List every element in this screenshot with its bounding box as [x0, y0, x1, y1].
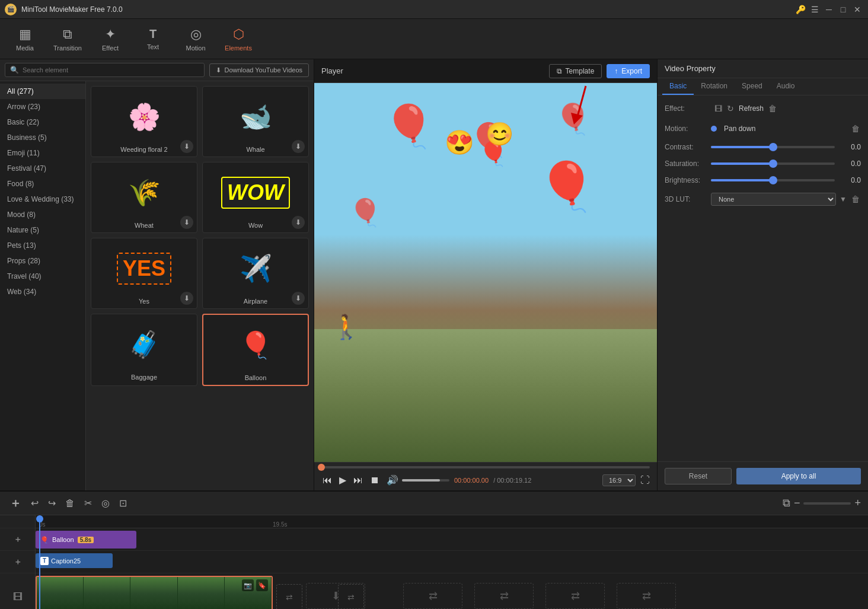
element-whale[interactable]: 🐋 Whale ⬇ — [202, 86, 309, 157]
empty-slot-3[interactable]: ⇄ — [474, 583, 534, 609]
category-food[interactable]: Food (8) — [0, 176, 85, 192]
effect-delete-button[interactable]: 🗑 — [767, 103, 778, 114]
tab-audio[interactable]: Audio — [770, 78, 802, 95]
category-web[interactable]: Web (34) — [0, 284, 85, 299]
category-all[interactable]: All (277) — [0, 84, 85, 99]
category-love-wedding[interactable]: Love & Wedding (33) — [0, 192, 85, 207]
category-props[interactable]: Props (28) — [0, 253, 85, 269]
toolbar-effect[interactable]: ✦ Effect — [90, 22, 130, 56]
video-clip[interactable]: 📷 🔖 🔊 — [36, 576, 273, 609]
apply-all-button[interactable]: Apply to all — [736, 468, 861, 484]
download-youtube-button[interactable]: ⬇ Download YouTube Videos — [209, 63, 309, 77]
close-button[interactable]: ✕ — [851, 4, 863, 15]
clip-bookmark-button[interactable]: 🔖 — [256, 579, 268, 591]
timeline-delete-button[interactable]: 🗑 — [63, 496, 77, 511]
element-wow[interactable]: WOW Wow ⬇ — [202, 162, 309, 233]
brightness-slider[interactable] — [711, 179, 835, 181]
empty-slot-icon-5: ⇄ — [642, 589, 651, 602]
progress-thumb[interactable] — [318, 464, 325, 471]
volume-slider[interactable] — [402, 479, 449, 482]
download-label: Download YouTube Videos — [225, 66, 303, 74]
playhead-handle[interactable] — [36, 515, 43, 522]
download-badge-weeding-floral[interactable]: ⬇ — [180, 140, 193, 153]
saturation-slider[interactable] — [711, 162, 835, 165]
transition-slot-1[interactable]: ⇄ — [276, 584, 302, 609]
prev-frame-button[interactable]: ⏮ — [321, 474, 333, 487]
film-icon-row[interactable]: 🎞 — [0, 573, 35, 609]
volume-icon[interactable]: 🔊 — [385, 473, 400, 487]
toolbar-text[interactable]: T Text — [133, 22, 173, 56]
toolbar-motion[interactable]: ◎ Motion — [175, 22, 216, 56]
category-travel[interactable]: Travel (40) — [0, 269, 85, 284]
progress-bar[interactable] — [321, 466, 650, 468]
toolbar-transition[interactable]: ⧉ Transition — [47, 22, 88, 56]
aspect-ratio-select[interactable]: 16:9 9:16 1:1 — [602, 474, 636, 486]
timeline-cut-button[interactable]: ✂ — [82, 495, 94, 511]
category-basic[interactable]: Basic (22) — [0, 114, 85, 130]
maximize-button[interactable]: □ — [837, 4, 849, 15]
download-badge-wheat[interactable]: ⬇ — [180, 216, 193, 229]
element-wheat[interactable]: 🌾 Wheat ⬇ — [91, 162, 197, 233]
empty-slot-2[interactable]: ⇄ — [403, 583, 462, 609]
zoom-slider[interactable] — [803, 502, 851, 505]
contrast-slider[interactable] — [711, 146, 835, 148]
timeline-crop-button[interactable]: ⊡ — [117, 495, 129, 511]
caption-clip[interactable]: T Caption25 — [36, 553, 113, 568]
category-festival[interactable]: Festival (47) — [0, 161, 85, 176]
key-icon-btn[interactable]: 🔑 — [794, 4, 806, 15]
timeline-redo-button[interactable]: ↪ — [46, 495, 58, 511]
next-frame-button[interactable]: ⏭ — [352, 474, 364, 487]
element-airplane[interactable]: ✈️ Airplane ⬇ — [202, 238, 309, 309]
add-caption-icon-row[interactable]: ＋ — [0, 551, 35, 573]
category-mood[interactable]: Mood (8) — [0, 207, 85, 222]
saturation-thumb[interactable] — [769, 160, 777, 168]
add-track-icon-row[interactable]: ＋ — [0, 528, 35, 551]
brightness-fill — [711, 179, 773, 181]
lut-delete-button[interactable]: 🗑 — [850, 193, 861, 205]
download-badge-airplane[interactable]: ⬇ — [292, 292, 305, 305]
lut-select[interactable]: None Vivid Cool Warm B&W — [711, 193, 836, 206]
category-nature[interactable]: Nature (5) — [0, 222, 85, 238]
zoom-out-button[interactable]: ⧉ — [783, 497, 790, 509]
settings-icon-btn[interactable]: ☰ — [809, 4, 821, 15]
search-input[interactable] — [23, 66, 199, 74]
download-badge-whale[interactable]: ⬇ — [292, 140, 305, 153]
motion-delete-button[interactable]: 🗑 — [850, 123, 861, 135]
tab-basic[interactable]: Basic — [662, 78, 694, 95]
empty-slot-5[interactable]: ⇄ — [617, 583, 676, 609]
timeline-add-button[interactable]: ＋ — [7, 493, 24, 514]
empty-slot-1[interactable]: ⬇ — [306, 583, 365, 609]
category-business[interactable]: Business (5) — [0, 130, 85, 145]
timeline-audio-button[interactable]: ◎ — [99, 495, 112, 511]
search-input-wrap[interactable]: 🔍 — [5, 63, 205, 77]
balloon-clip[interactable]: 🎈 Balloon 5.8s — [36, 531, 136, 549]
minimize-button[interactable]: ─ — [823, 4, 835, 15]
category-pets[interactable]: Pets (13) — [0, 238, 85, 253]
element-balloon[interactable]: 🎈 Balloon — [202, 314, 309, 386]
category-emoji[interactable]: Emoji (11) — [0, 145, 85, 161]
zoom-out-minus-button[interactable]: − — [794, 497, 800, 509]
empty-slot-4[interactable]: ⇄ — [545, 583, 605, 609]
download-badge-wow[interactable]: ⬇ — [292, 216, 305, 229]
fullscreen-button[interactable]: ⛶ — [640, 475, 650, 486]
zoom-in-button[interactable]: + — [854, 497, 861, 509]
element-yes[interactable]: YES Yes ⬇ — [91, 238, 197, 309]
tab-speed[interactable]: Speed — [735, 78, 770, 95]
reset-button[interactable]: Reset — [665, 468, 732, 484]
play-button[interactable]: ▶ — [338, 473, 347, 487]
tab-rotation[interactable]: Rotation — [694, 78, 735, 95]
stop-button[interactable]: ⏹ — [369, 474, 381, 487]
toolbar-media[interactable]: ▦ Media — [5, 22, 45, 56]
template-button[interactable]: ⧉ Template — [549, 64, 602, 78]
effect-refresh-button[interactable]: ↻ — [726, 103, 735, 114]
contrast-thumb[interactable] — [769, 143, 777, 151]
element-weeding-floral[interactable]: 🌸 Weeding floral 2 ⬇ — [91, 86, 197, 157]
timeline-undo-button[interactable]: ↩ — [28, 495, 41, 511]
export-button[interactable]: ↑ Export — [607, 64, 650, 78]
clip-camera-button[interactable]: 📷 — [242, 579, 254, 591]
download-badge-yes[interactable]: ⬇ — [180, 292, 193, 305]
toolbar-elements[interactable]: ⬡ Elements — [218, 22, 259, 56]
brightness-thumb[interactable] — [769, 176, 777, 184]
category-arrow[interactable]: Arrow (23) — [0, 99, 85, 114]
element-baggage[interactable]: 🧳 Baggage — [91, 314, 197, 386]
